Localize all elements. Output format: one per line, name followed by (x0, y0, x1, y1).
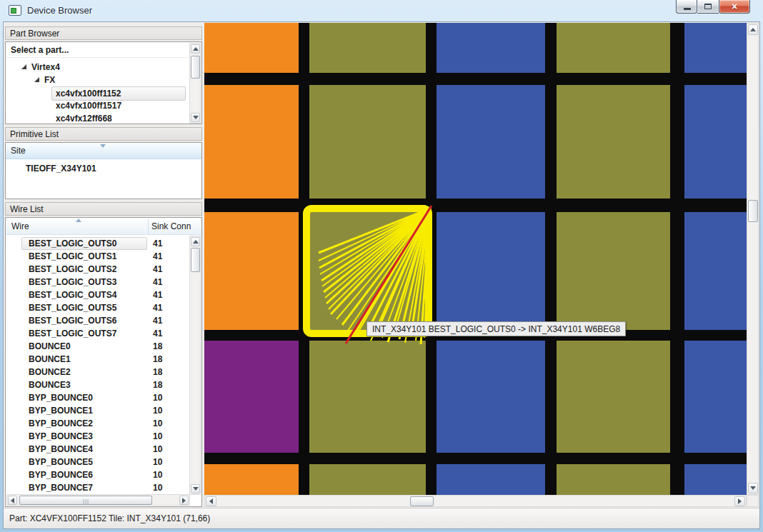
site-column-header[interactable]: Site (6, 143, 201, 159)
wire-row[interactable]: BYP_BOUNCE710 (6, 481, 190, 494)
wire-row[interactable]: BYP_BOUNCE110 (6, 404, 190, 417)
wire-row[interactable]: BEST_LOGIC_OUTS241 (6, 263, 190, 276)
wire-name: BEST_LOGIC_OUTS2 (29, 263, 116, 276)
close-button[interactable]: × (719, 0, 750, 14)
wire-column-header[interactable]: Wire (11, 221, 29, 231)
wire-row[interactable]: BYP_BOUNCE410 (6, 443, 190, 456)
wire-row[interactable]: BEST_LOGIC_OUTS741 (6, 327, 190, 340)
part-tree-item-FX[interactable]: FX (6, 74, 190, 86)
device-tile[interactable] (437, 464, 545, 495)
scroll-thumb[interactable] (191, 56, 200, 79)
wire-row[interactable]: BEST_LOGIC_OUTS541 (6, 301, 190, 314)
scroll-up-button[interactable] (191, 237, 200, 246)
device-tile[interactable] (309, 85, 426, 199)
device-tile[interactable] (437, 23, 545, 73)
wire-row[interactable]: BEST_LOGIC_OUTS441 (6, 288, 190, 301)
scroll-thumb[interactable] (748, 200, 758, 222)
device-tile[interactable] (684, 212, 747, 330)
device-tile[interactable] (684, 464, 747, 495)
scroll-track[interactable] (747, 23, 759, 495)
wire-row[interactable]: BEST_LOGIC_OUTS041 (6, 237, 190, 250)
wire-row[interactable]: BYP_BOUNCE510 (6, 456, 190, 468)
device-tile[interactable] (557, 212, 670, 330)
device-tile[interactable] (204, 23, 299, 73)
tree-expanded-icon[interactable] (34, 77, 39, 82)
wire-row[interactable]: BYP_BOUNCE310 (6, 430, 190, 443)
status-text: Part: XC4VFX100FF1152 Tile: INT_X34Y101 … (9, 513, 210, 523)
wire-list-vscrollbar[interactable] (189, 236, 201, 495)
scroll-left-button[interactable] (206, 496, 216, 506)
device-tile[interactable] (309, 464, 426, 495)
sink-connection-count: 10 (153, 430, 162, 443)
app-icon (9, 5, 21, 16)
device-tile[interactable] (557, 85, 670, 199)
wire-row[interactable]: BOUNCE318 (6, 378, 190, 391)
part-tree-item-xc4vfx100ff1152[interactable]: xc4vfx100ff1152 (6, 86, 190, 99)
wire-row[interactable]: BYP_BOUNCE010 (6, 391, 190, 404)
sort-ascending-icon (76, 219, 81, 222)
minimize-button[interactable] (676, 0, 697, 14)
wire-name: BEST_LOGIC_OUTS7 (29, 327, 116, 340)
column-separator[interactable] (148, 219, 149, 234)
arrow-up-icon (193, 47, 199, 51)
device-browser-window: Device Browser × Part Browser Select a p… (0, 0, 763, 532)
wire-row[interactable]: BOUNCE218 (6, 366, 190, 378)
device-tile[interactable] (309, 341, 426, 453)
device-tile[interactable] (437, 85, 545, 199)
canvas-hscrollbar[interactable] (204, 495, 747, 507)
scroll-track[interactable] (204, 495, 747, 507)
scroll-left-button[interactable] (8, 496, 17, 505)
scroll-up-button[interactable] (191, 44, 200, 54)
title-bar[interactable]: Device Browser × (0, 0, 763, 21)
scroll-right-button[interactable] (179, 496, 189, 505)
device-tile[interactable] (204, 464, 299, 495)
device-tile[interactable] (557, 464, 670, 495)
device-tile[interactable] (684, 23, 747, 73)
tree-expanded-icon[interactable] (21, 64, 26, 69)
part-tree-item-Virtex4[interactable]: Virtex4 (6, 61, 190, 74)
device-tile[interactable] (557, 23, 670, 73)
device-tile-canvas[interactable]: INT_X34Y101 BEST_LOGIC_OUTS0 -> INT_X34Y… (204, 23, 747, 495)
wire-list-header: Wire Sink Connectior (6, 218, 201, 235)
canvas-vscrollbar[interactable] (747, 23, 759, 495)
device-tile[interactable] (204, 85, 299, 199)
scroll-up-button[interactable] (748, 24, 758, 35)
part-browser-section-label: Part Browser (5, 26, 202, 40)
scroll-down-button[interactable] (191, 113, 200, 122)
scrollbar-corner (747, 495, 759, 507)
device-tile[interactable] (557, 341, 670, 453)
scroll-down-button[interactable] (748, 483, 758, 493)
wire-row[interactable]: BEST_LOGIC_OUTS141 (6, 250, 190, 263)
sink-connections-column-header[interactable]: Sink Connectior (151, 221, 191, 231)
part-tree-item-xc4vfx12ff668[interactable]: xc4vfx12ff668 (6, 112, 190, 124)
wire-row[interactable]: BYP_BOUNCE210 (6, 417, 190, 430)
device-tile[interactable] (437, 212, 545, 330)
arrow-up-icon (750, 28, 756, 31)
device-tile[interactable] (684, 341, 747, 453)
wire-name: BEST_LOGIC_OUTS6 (29, 314, 116, 327)
device-tile[interactable] (204, 341, 299, 453)
wire-list-hscrollbar[interactable] (6, 494, 190, 506)
maximize-button[interactable] (697, 0, 719, 14)
device-tile[interactable] (437, 341, 545, 453)
device-tile[interactable] (684, 85, 747, 199)
wire-row[interactable]: BEST_LOGIC_OUTS641 (6, 314, 190, 327)
primitive-site-item[interactable]: TIEOFF_X34Y101 (26, 162, 96, 175)
wire-row[interactable]: BEST_LOGIC_OUTS341 (6, 276, 190, 288)
scroll-thumb[interactable] (19, 496, 152, 505)
scroll-thumb[interactable] (191, 248, 200, 272)
part-tree-header[interactable]: Select a part... (6, 42, 201, 58)
wire-row[interactable]: BYP_BOUNCE610 (6, 468, 190, 481)
sink-connection-count: 18 (153, 340, 162, 353)
scroll-down-button[interactable] (191, 484, 200, 493)
wire-row[interactable]: BOUNCE118 (6, 353, 190, 366)
part-tree-vscrollbar[interactable] (189, 43, 201, 124)
part-tree-label: xc4vfx12ff668 (56, 112, 112, 124)
wire-row[interactable]: BOUNCE018 (6, 340, 190, 353)
part-tree-item-xc4vfx100ff1517[interactable]: xc4vfx100ff1517 (6, 99, 190, 112)
scroll-thumb[interactable] (410, 496, 434, 506)
scroll-right-button[interactable] (734, 496, 745, 506)
device-tile[interactable] (204, 212, 299, 330)
sink-connection-count: 41 (153, 288, 162, 301)
device-tile[interactable] (309, 23, 426, 73)
